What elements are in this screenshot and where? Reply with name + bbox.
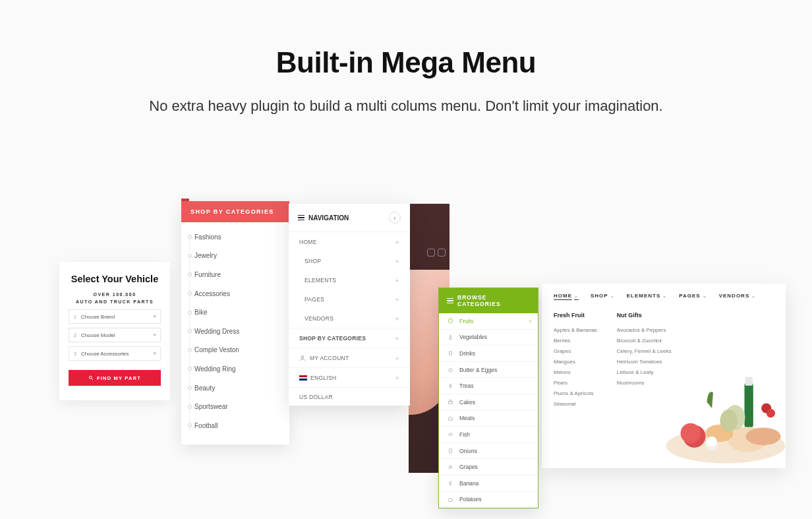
category-icon <box>447 464 454 471</box>
svg-rect-4 <box>450 351 452 355</box>
plus-icon: + <box>395 238 399 246</box>
category-icon <box>447 496 454 503</box>
chevron-down-icon: ⌄ <box>703 293 707 299</box>
chevron-down-icon: ▾ <box>154 314 160 319</box>
svg-point-12 <box>448 499 452 502</box>
mega-nav-item[interactable]: SHOP ⌄ <box>591 293 615 299</box>
svg-point-15 <box>681 423 701 443</box>
browse-item[interactable]: Drinks <box>439 346 538 362</box>
category-icon <box>447 447 454 454</box>
browse-header: BROWSE CATEGORIES <box>439 288 538 313</box>
mega-nav-item[interactable]: PAGES ⌄ <box>679 293 707 299</box>
nav-item[interactable]: SHOP+ <box>289 251 410 270</box>
category-icon <box>447 415 454 422</box>
mega-menu-panel: HOME ⌄SHOP ⌄ELEMENTS ⌄PAGES ⌄VENDORS ⌄ F… <box>542 284 786 468</box>
hamburger-icon <box>447 298 453 304</box>
category-icon <box>447 431 454 438</box>
mega-col-fresh-fruit: Fresh Fruit Apples & BananasBerriesGrape… <box>554 312 597 409</box>
category-item[interactable]: Comple Veston <box>194 341 279 360</box>
svg-point-3 <box>448 319 452 323</box>
category-icon <box>447 317 454 324</box>
browse-item[interactable]: Onions <box>439 443 538 460</box>
chevron-down-icon: ⌄ <box>751 293 756 299</box>
category-item[interactable]: Furniture <box>194 265 279 284</box>
category-icon <box>447 350 454 357</box>
chevron-down-icon: ▾ <box>154 332 160 338</box>
hamburger-icon <box>298 215 304 221</box>
nav-item[interactable]: HOME+ <box>289 232 410 251</box>
brand-select[interactable]: 1 Choose Brand ▾ <box>69 309 161 324</box>
browse-item[interactable]: Fruits <box>439 313 538 330</box>
category-item[interactable]: Fashions <box>194 228 279 247</box>
mega-link[interactable]: Apples & Bananas <box>554 324 597 335</box>
svg-point-26 <box>707 437 717 446</box>
nav-shop-by-categories[interactable]: SHOP BY CATEGORIES+ <box>289 328 410 348</box>
category-item[interactable]: Wedding Ring <box>194 359 279 379</box>
page-title: Built-in Mega Menu <box>0 46 812 79</box>
nav-item[interactable]: PAGES+ <box>289 290 410 309</box>
browse-item[interactable]: Fish <box>439 427 538 443</box>
find-part-button[interactable]: FIND MY PART <box>69 370 161 386</box>
mega-link[interactable]: Avocados & Peppers <box>617 324 672 335</box>
svg-point-5 <box>449 369 453 372</box>
browse-categories-panel: BROWSE CATEGORIES FruitsVegetablesDrinks… <box>438 288 538 508</box>
category-item[interactable]: Bike <box>194 303 279 322</box>
mega-link[interactable]: Plums & Apricots <box>554 388 597 398</box>
mega-link[interactable]: Mangoes <box>554 356 597 367</box>
mega-link[interactable]: Grapes <box>554 346 597 356</box>
vehicle-title: Select Your Vehicle <box>69 274 161 284</box>
browse-item[interactable]: Meats <box>439 411 538 427</box>
nav-language[interactable]: ENGLISH + <box>289 367 410 387</box>
chevron-down-icon: ⌄ <box>610 293 615 299</box>
svg-rect-6 <box>449 402 453 404</box>
category-icon <box>447 398 454 406</box>
category-item[interactable]: Beauty <box>194 379 279 398</box>
nav-currency[interactable]: US DOLLAR <box>289 387 410 406</box>
browse-item[interactable]: Cakes <box>439 394 538 411</box>
categories-header: SHOP BY CATEGORIES <box>181 201 289 222</box>
category-item[interactable]: Accessories <box>194 284 279 303</box>
browse-item[interactable]: Treas <box>439 378 538 394</box>
category-icon <box>447 382 454 390</box>
svg-point-21 <box>720 410 738 432</box>
food-image <box>663 346 788 471</box>
category-icon <box>447 479 454 487</box>
navigation-title: NAVIGATION <box>298 214 349 222</box>
browse-item[interactable]: Banana <box>439 475 538 492</box>
chevron-down-icon: ⌄ <box>574 293 579 299</box>
back-button[interactable]: ‹ <box>389 212 401 224</box>
svg-rect-18 <box>745 383 753 427</box>
chevron-down-icon: ▾ <box>154 351 160 356</box>
model-select[interactable]: 2 Choose Model ▾ <box>69 328 161 342</box>
plus-icon: + <box>395 257 399 265</box>
nav-my-account[interactable]: MY ACCOUNT + <box>289 348 410 367</box>
svg-line-1 <box>92 379 93 380</box>
uk-flag-icon <box>299 375 307 381</box>
nav-item[interactable]: VENDORS+ <box>289 309 410 328</box>
browse-item[interactable]: Grapes <box>439 459 538 475</box>
page-subtitle: No extra heavy plugin to build a multi c… <box>0 98 812 115</box>
category-item[interactable]: Sportswear <box>194 397 279 416</box>
browse-item[interactable]: Potatoes <box>439 492 538 508</box>
category-item[interactable]: Jewelry <box>194 247 279 266</box>
accessories-select[interactable]: 3 Choose Accessories ▾ <box>69 346 161 361</box>
svg-point-2 <box>301 355 303 357</box>
browse-item[interactable]: Butter & Egges <box>439 362 538 379</box>
mega-nav-item[interactable]: VENDORS ⌄ <box>719 293 757 299</box>
mega-link[interactable]: Broccoli & Zucchini <box>617 335 672 346</box>
browse-item[interactable]: Vegetables <box>439 330 538 346</box>
vehicle-sub: OVER 100.000 AUTO AND TRUCK PARTS <box>69 291 161 305</box>
svg-point-11 <box>450 465 451 467</box>
mega-nav-item[interactable]: HOME ⌄ <box>554 293 579 299</box>
mega-link[interactable]: Berries <box>554 335 597 346</box>
mega-link[interactable]: Seasonal <box>554 398 597 409</box>
category-item[interactable]: Wedding Dress <box>194 322 279 341</box>
nav-item[interactable]: ELEMENTS+ <box>289 270 410 290</box>
mega-link[interactable]: Pears <box>554 377 597 388</box>
mega-nav-item[interactable]: ELEMENTS ⌄ <box>627 293 668 299</box>
navigation-panel: NAVIGATION ‹ HOME+SHOP+ELEMENTS+PAGES+VE… <box>289 204 410 406</box>
user-icon <box>299 355 306 361</box>
mega-link[interactable]: Melons <box>554 367 597 377</box>
vehicle-panel: Select Your Vehicle OVER 100.000 AUTO AN… <box>59 262 170 400</box>
category-item[interactable]: Football <box>194 416 279 435</box>
